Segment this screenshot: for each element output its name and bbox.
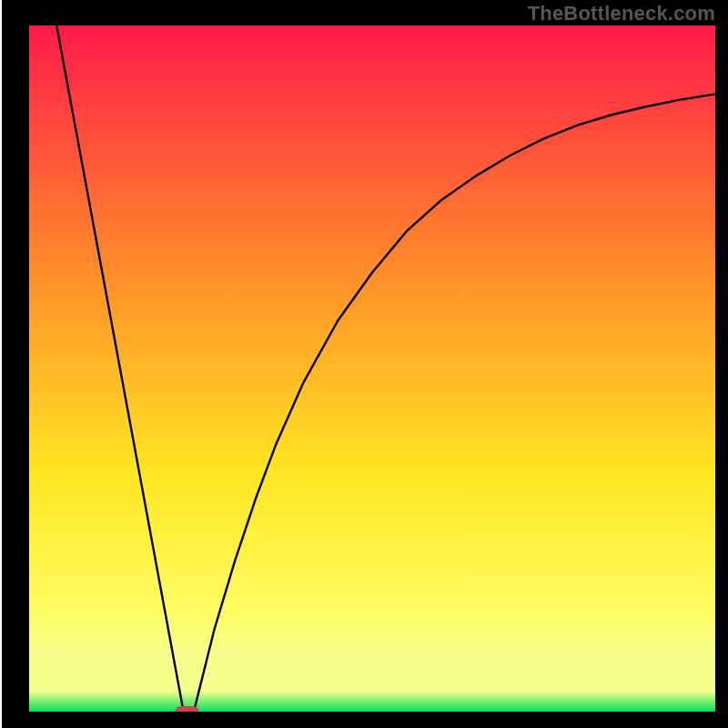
watermark-text: TheBottleneck.com: [528, 2, 715, 25]
chart-svg: [0, 0, 728, 728]
chart-container: TheBottleneck.com: [0, 0, 728, 728]
gradient-background: [29, 25, 715, 712]
